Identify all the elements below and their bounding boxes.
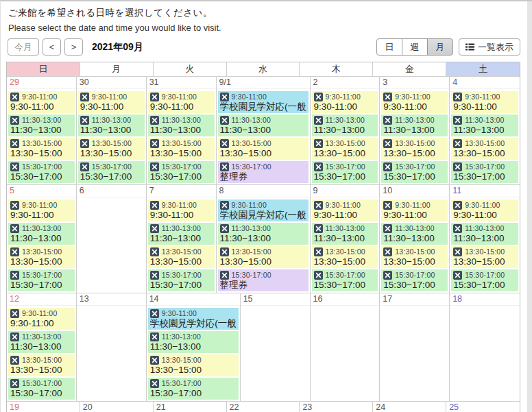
slot-label: 13:30−15:00 — [453, 148, 516, 159]
time-slot[interactable]: 9:30-11:009:30-11:00 — [148, 91, 215, 113]
time-slot[interactable]: 13:30-15:0013:30−15:00 — [8, 138, 75, 160]
time-slot[interactable]: 13:30-15:0013:30−15:00 — [312, 246, 378, 268]
time-slot[interactable]: 9:30-11:009:30-11:00 — [8, 308, 75, 330]
time-slot[interactable]: 11:30-13:0011:30−13:00 — [312, 114, 378, 136]
day-cell: 9/19:30-11:00学校園見学対応(一般11:30-13:0011:30−… — [217, 77, 311, 184]
slot-list: 9:30-11:009:30-11:0011:30-13:0011:30−13:… — [7, 89, 76, 184]
time-slot[interactable]: 11:30-13:0011:30−13:00 — [312, 223, 378, 245]
slot-label: 13:30−15:00 — [10, 148, 73, 159]
time-slot[interactable]: 13:30-15:0013:30−15:00 — [381, 138, 448, 160]
time-slot[interactable]: 13:30-15:0013:30−15:00 — [451, 138, 518, 160]
time-slot[interactable]: 9:30-11:009:30-11:00 — [8, 91, 75, 113]
time-slot[interactable]: 11:30-13:0011:30−13:00 — [148, 223, 215, 245]
time-slot[interactable]: 9:30-11:009:30-11:00 — [312, 199, 378, 221]
time-slot[interactable]: 11:30-13:0011:30−13:00 — [8, 331, 75, 353]
time-slot[interactable]: 11:30-13:0011:30−13:00 — [451, 114, 518, 136]
slot-time: 13:30-15:00 — [22, 247, 62, 256]
time-slot[interactable]: 15:30-17:00整理券 — [218, 269, 309, 291]
time-slot[interactable]: 15:30-17:0015:30−17:00 — [451, 161, 518, 183]
time-slot[interactable]: 13:30-15:0013:30−15:00 — [218, 246, 309, 268]
slot-label: 13:30−15:00 — [10, 256, 73, 267]
time-slot[interactable]: 11:30-13:0011:30−13:00 — [148, 114, 215, 136]
slot-list: 9:30-11:009:30-11:0011:30-13:0011:30−13:… — [380, 89, 449, 184]
time-slot[interactable]: 13:30-15:0013:30−15:00 — [381, 246, 448, 268]
time-slot[interactable]: 15:30-17:0015:30−17:00 — [148, 378, 239, 400]
next-month-button[interactable]: > — [64, 38, 83, 56]
time-slot[interactable]: 15:30-17:0015:30−17:00 — [312, 161, 378, 183]
slot-label: 13:30−15:00 — [453, 256, 516, 267]
slot-time: 9:30-11:00 — [395, 201, 430, 209]
view-week-button[interactable]: 週 — [402, 38, 428, 56]
time-slot[interactable]: 13:30-15:0013:30−15:00 — [8, 246, 75, 268]
time-slot[interactable]: 15:30-17:0015:30−17:00 — [78, 161, 145, 183]
view-switcher: 日 週 月 — [376, 38, 453, 56]
time-slot[interactable]: 13:30-15:0013:30−15:00 — [148, 246, 215, 268]
time-slot[interactable]: 15:30-17:0015:30−17:00 — [148, 161, 215, 183]
time-slot[interactable]: 9:30-11:00学校園見学対応(一般 — [218, 91, 309, 113]
time-slot[interactable]: 15:30-17:0015:30−17:00 — [312, 269, 378, 291]
view-day-button[interactable]: 日 — [376, 38, 402, 56]
time-slot[interactable]: 15:30-17:0015:30−17:00 — [8, 161, 75, 183]
time-slot[interactable]: 9:30-11:009:30-11:00 — [381, 199, 448, 221]
time-slot[interactable]: 9:30-11:009:30-11:00 — [312, 91, 378, 113]
date-number: 15 — [241, 293, 310, 306]
time-slot[interactable]: 15:30-17:0015:30−17:00 — [8, 378, 75, 400]
slot-time: 11:30-13:00 — [162, 224, 201, 232]
slot-status-line: 15:30-17:00 — [150, 162, 213, 171]
time-slot[interactable]: 13:30-15:0013:30−15:00 — [148, 138, 215, 160]
time-slot[interactable]: 9:30-11:009:30-11:00 — [78, 91, 145, 113]
time-slot[interactable]: 11:30-13:0011:30−13:00 — [451, 223, 518, 245]
time-slot[interactable]: 15:30-17:00整理券 — [218, 161, 309, 183]
date-number: 16 — [311, 293, 380, 306]
time-slot[interactable]: 11:30-13:0011:30−13:00 — [8, 223, 75, 245]
time-slot[interactable]: 9:30-11:009:30-11:00 — [148, 199, 215, 221]
time-slot[interactable]: 15:30-17:0015:30−17:00 — [8, 269, 75, 291]
date-number: 29 — [7, 77, 76, 89]
slot-label: 11:30−13:00 — [383, 125, 446, 136]
time-slot[interactable]: 13:30-15:0013:30−15:00 — [218, 138, 309, 160]
day-header-wd: 火 — [154, 62, 227, 76]
time-slot[interactable]: 9:30-11:00学校園見学対応(一般 — [148, 308, 239, 330]
time-slot[interactable]: 9:30-11:009:30-11:00 — [451, 91, 518, 113]
time-slot[interactable]: 11:30-13:0011:30−13:00 — [218, 223, 309, 245]
slot-label: 11:30−13:00 — [150, 341, 237, 352]
x-icon — [10, 309, 19, 318]
slot-status-line: 11:30-13:00 — [150, 332, 237, 341]
time-slot[interactable]: 13:30-15:0013:30−15:00 — [78, 138, 145, 160]
slot-label: 9:30-11:00 — [80, 101, 143, 112]
x-icon — [453, 271, 462, 280]
date-number: 18 — [450, 293, 520, 306]
slot-list: 9:30-11:009:30-11:0011:30-13:0011:30−13:… — [380, 197, 449, 293]
slot-list: 9:30-11:009:30-11:0011:30-13:0011:30−13:… — [311, 197, 380, 293]
slot-status-line: 9:30-11:00 — [10, 92, 73, 101]
time-slot[interactable]: 13:30-15:0013:30−15:00 — [148, 354, 239, 376]
time-slot[interactable]: 9:30-11:009:30-11:00 — [8, 199, 75, 221]
view-month-button[interactable]: 月 — [427, 38, 453, 56]
time-slot[interactable]: 15:30-17:0015:30−17:00 — [451, 269, 518, 291]
time-slot[interactable]: 13:30-15:0013:30−15:00 — [312, 138, 378, 160]
time-slot[interactable]: 11:30-13:0011:30−13:00 — [218, 114, 309, 136]
time-slot[interactable]: 11:30-13:0011:30−13:00 — [148, 331, 239, 353]
slot-status-line: 9:30-11:00 — [314, 200, 376, 210]
time-slot[interactable]: 13:30-15:0013:30−15:00 — [8, 354, 75, 376]
time-slot[interactable]: 11:30-13:0011:30−13:00 — [8, 114, 75, 136]
list-view-button[interactable]: 一覧表示 — [459, 38, 520, 56]
time-slot[interactable]: 15:30-17:0015:30−17:00 — [381, 269, 448, 291]
prev-month-button[interactable]: < — [43, 38, 61, 56]
slot-list: 9:30-11:009:30-11:0011:30-13:0011:30−13:… — [450, 197, 520, 293]
x-icon — [453, 201, 462, 210]
time-slot[interactable]: 15:30-17:0015:30−17:00 — [148, 269, 215, 291]
x-icon — [314, 116, 323, 125]
time-slot[interactable]: 11:30-13:0011:30−13:00 — [78, 114, 145, 136]
day-cell: 6 — [77, 185, 147, 293]
time-slot[interactable]: 9:30-11:009:30-11:00 — [451, 199, 518, 221]
slot-label: 9:30-11:00 — [150, 210, 213, 221]
time-slot[interactable]: 15:30-17:0015:30−17:00 — [381, 161, 448, 183]
time-slot[interactable]: 13:30-15:0013:30−15:00 — [451, 246, 518, 268]
time-slot[interactable]: 9:30-11:009:30-11:00 — [381, 91, 448, 113]
slot-status-line: 13:30-15:00 — [150, 138, 213, 148]
time-slot[interactable]: 11:30-13:0011:30−13:00 — [381, 223, 448, 245]
time-slot[interactable]: 11:30-13:0011:30−13:00 — [381, 114, 448, 136]
this-month-button[interactable]: 今月 — [8, 38, 39, 56]
time-slot[interactable]: 9:30-11:00学校園見学対応(一般 — [218, 199, 309, 221]
